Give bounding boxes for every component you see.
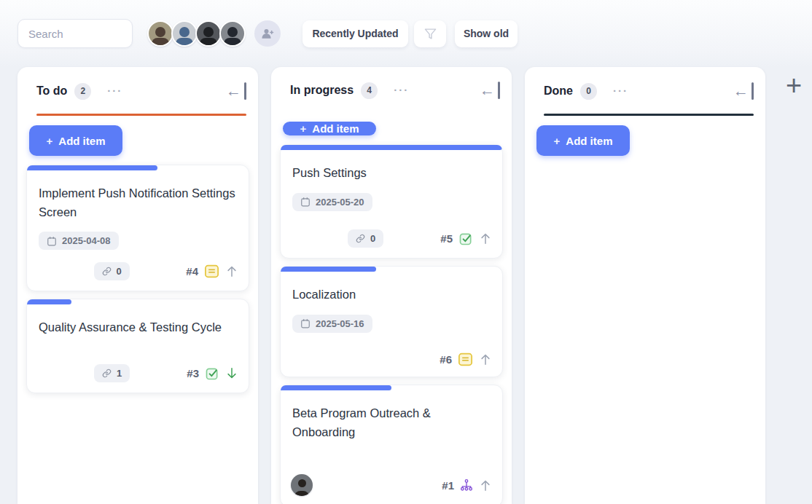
avatar-person	[294, 491, 309, 496]
card-id: #5	[440, 232, 453, 245]
card-footer: 0 #4	[37, 252, 238, 280]
card[interactable]: Implement Push Notification Settings Scr…	[26, 165, 249, 291]
checklist-icon[interactable]	[458, 232, 473, 246]
column-in-progress: In progress 4 ··· ← + Add item Push Sett…	[271, 67, 512, 504]
user-plus-icon	[261, 27, 274, 40]
progress-track	[27, 299, 249, 304]
collapse-bar-icon	[752, 82, 754, 100]
links-count: 0	[370, 233, 375, 244]
avatar[interactable]	[219, 20, 246, 47]
card-title: Implement Push Notification Settings Scr…	[37, 181, 238, 221]
links-count-pill: 0	[348, 229, 383, 248]
arrow-left-icon: ←	[733, 84, 749, 98]
add-item-button[interactable]: + Add item	[29, 125, 122, 156]
progress-track	[281, 145, 502, 150]
column-title: In progress	[290, 84, 354, 97]
move-up-icon[interactable]	[479, 353, 492, 366]
avatar[interactable]	[195, 20, 222, 47]
avatar-person	[224, 38, 241, 47]
progress-fill	[281, 267, 376, 272]
due-date: 2025-04-08	[62, 235, 111, 246]
card-id: #1	[442, 479, 454, 492]
collapse-column-button[interactable]: ←	[226, 82, 246, 100]
due-date-chip: 2025-05-20	[292, 193, 372, 211]
due-date-chip: 2025-05-16	[292, 315, 372, 333]
move-down-icon[interactable]	[225, 366, 238, 380]
column-menu-icon[interactable]: ···	[394, 87, 409, 94]
calendar-icon	[47, 236, 57, 246]
plus-icon: +	[300, 122, 307, 135]
column-todo: To do 2 ··· ← + Add item Implement Push …	[17, 67, 258, 504]
top-bar: Recently Updated Show old	[0, 0, 812, 67]
move-up-icon[interactable]	[225, 264, 238, 278]
add-item-label: Add item	[312, 122, 359, 135]
column-header: Done 0 ··· ←	[534, 82, 757, 101]
plus-icon: +	[554, 135, 561, 147]
collapse-column-button[interactable]: ←	[733, 82, 754, 100]
links-count-pill: 0	[94, 262, 130, 280]
assignee-avatar[interactable]	[291, 474, 313, 496]
arrow-left-icon: ←	[226, 84, 241, 98]
avatar-person	[298, 479, 306, 487]
avatar[interactable]	[171, 20, 198, 47]
add-user-button[interactable]	[254, 20, 281, 47]
links-count-pill: 1	[94, 364, 130, 382]
avatar-person	[179, 27, 190, 37]
column-accent-line	[544, 114, 754, 116]
column-title: To do	[36, 84, 67, 98]
member-avatars	[147, 20, 246, 47]
column-count-badge: 0	[580, 83, 597, 100]
notes-icon[interactable]	[204, 264, 219, 278]
move-up-icon[interactable]	[479, 479, 492, 492]
avatar-person	[152, 38, 169, 47]
column-menu-icon[interactable]: ···	[107, 87, 122, 95]
card-title: Quality Assurance & Testing Cycle	[37, 315, 238, 337]
avatar-person	[155, 27, 165, 37]
link-icon	[102, 267, 112, 276]
collapse-column-button[interactable]: ←	[480, 82, 500, 99]
card[interactable]: Beta Program Outreach & Onboarding #1	[280, 385, 503, 504]
due-date: 2025-05-16	[316, 318, 364, 329]
add-item-button[interactable]: + Add item	[536, 125, 630, 156]
search-input[interactable]	[17, 19, 133, 48]
avatar-person	[203, 27, 214, 37]
kanban-board: To do 2 ··· ← + Add item Implement Push …	[0, 67, 812, 504]
card-footer: #1	[291, 455, 492, 496]
collapse-bar-icon	[498, 82, 500, 99]
calendar-icon	[300, 318, 311, 328]
progress-fill	[281, 385, 391, 390]
hierarchy-icon[interactable]	[460, 479, 473, 492]
add-item-label: Add item	[566, 135, 612, 147]
progress-track	[281, 267, 502, 272]
card-id: #4	[186, 265, 198, 277]
filter-icon	[424, 28, 437, 40]
card[interactable]: Push Settings 2025-05-20	[280, 144, 503, 259]
progress-fill	[281, 145, 502, 150]
column-count-badge: 4	[361, 82, 378, 99]
card[interactable]: Localization 2025-05-16 #6	[280, 266, 503, 377]
filter-button[interactable]	[414, 20, 446, 47]
links-count: 0	[117, 266, 122, 277]
plus-icon: +	[47, 135, 53, 147]
move-up-icon[interactable]	[479, 232, 492, 245]
add-column-button[interactable]: +	[778, 73, 809, 98]
progress-fill	[27, 299, 71, 304]
column-count-badge: 2	[74, 83, 91, 100]
card-id: #3	[187, 367, 199, 379]
column-menu-icon[interactable]: ···	[613, 87, 628, 95]
calendar-icon	[300, 197, 311, 207]
add-item-button[interactable]: + Add item	[283, 122, 376, 135]
checklist-icon[interactable]	[205, 366, 219, 381]
card[interactable]: Quality Assurance & Testing Cycle 1	[26, 299, 249, 393]
collapse-bar-icon	[244, 82, 246, 100]
link-icon	[102, 369, 112, 378]
show-old-button[interactable]: Show old	[455, 20, 518, 47]
progress-track	[281, 385, 502, 390]
card-list: Push Settings 2025-05-20	[280, 144, 503, 504]
recently-updated-button[interactable]: Recently Updated	[302, 20, 408, 47]
notes-icon[interactable]	[458, 353, 473, 366]
card-list: Implement Push Notification Settings Scr…	[26, 165, 249, 393]
card-footer: #6	[291, 342, 492, 366]
card-footer: 0 #5	[291, 219, 492, 248]
avatar[interactable]	[147, 20, 173, 47]
